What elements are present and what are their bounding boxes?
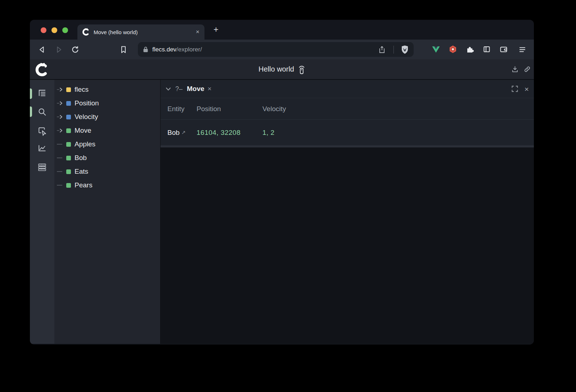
tree-item-apples[interactable]: Apples [54,137,160,151]
column-header-position: Position [197,105,262,113]
leaf-dash-icon [56,183,65,187]
tree-item-bob[interactable]: Bob [54,151,160,165]
extensions-puzzle-icon[interactable] [465,45,474,54]
tree-item-label: Eats [75,168,88,176]
page-header: Hello world [30,59,534,80]
tree-item-flecs[interactable]: flecs [54,83,160,96]
query-clear-icon[interactable]: × [208,85,212,93]
column-header-entity: Entity [161,105,197,113]
query-panel-header: ?– Move × × [161,80,534,98]
query-prefix: ?– [175,85,183,93]
expand-arrow-icon[interactable] [56,128,65,133]
new-tab-button[interactable]: + [211,25,221,34]
tree-item-label: Position [75,99,99,107]
expand-arrow-icon[interactable] [56,87,65,92]
column-header-velocity: Velocity [262,105,534,113]
page-title: Hello world [258,65,294,73]
tree-item-label: Move [75,127,91,135]
browser-window: Move (hello world) × + flecs.dev/explo [30,20,534,345]
entity-color-square [66,156,71,160]
table-row[interactable]: Bob↗ 16104, 32208 1, 2 [161,120,534,145]
content-area: flecs Position Velocit [30,80,534,344]
stats-icon[interactable] [37,162,47,172]
search-icon[interactable] [37,107,47,117]
entity-tree-panel: flecs Position Velocit [54,80,160,344]
entity-name[interactable]: Bob [167,129,180,136]
chart-icon[interactable] [37,143,47,153]
brave-shield-icon[interactable] [400,45,409,54]
icon-sidebar [30,80,54,344]
hexagon-extension-icon[interactable] [449,45,457,54]
component-color-square [66,115,71,119]
flecs-logo [35,63,49,77]
tree-item-velocity[interactable]: Velocity [54,110,160,124]
wallet-icon[interactable] [499,45,508,54]
expand-arrow-icon[interactable] [56,101,65,105]
urlbar-separator [393,46,394,54]
tree-item-position[interactable]: Position [54,96,160,110]
query-title: Move [187,85,204,93]
query-panel-actions: × [511,85,529,93]
menu-icon[interactable] [518,45,527,54]
browser-tab[interactable]: Move (hello world) × [77,24,204,40]
fullscreen-icon[interactable] [511,85,518,92]
cell-position: 16104, 32208 [197,129,262,137]
forward-button[interactable] [54,45,63,54]
leaf-dash-icon [56,156,65,160]
module-color-square [66,87,71,92]
vue-devtools-icon[interactable] [432,45,440,54]
share-icon[interactable] [378,46,386,54]
flecs-favicon [82,28,90,36]
back-button[interactable] [38,45,46,54]
entity-color-square [66,183,71,188]
cell-entity: Bob↗ [161,129,197,137]
leaf-dash-icon [56,169,65,174]
cell-velocity: 1, 2 [262,129,534,137]
url-path: /explorer/ [176,46,202,53]
entity-color-square [66,169,71,174]
address-bar[interactable]: flecs.dev/explorer/ [138,42,414,57]
search-active-indicator [30,106,32,117]
tree-item-label: flecs [75,86,89,94]
close-window-button[interactable] [41,27,46,33]
inspector-icon[interactable] [37,126,47,136]
url-domain: flecs.dev [152,46,176,53]
lock-icon [143,46,148,53]
entity-link-arrow-icon[interactable]: ↗ [181,129,186,135]
close-panel-icon[interactable]: × [525,85,529,93]
tab-title: Move (hello world) [94,29,138,35]
download-icon[interactable] [511,65,519,73]
tree-view-icon[interactable] [37,88,47,98]
entity-color-square [66,142,71,147]
tree-item-move[interactable]: Move [54,124,160,137]
page-header-actions [511,59,531,79]
browser-toolbar: flecs.dev/explorer/ [30,40,534,59]
reload-button[interactable] [71,45,80,54]
sidebar-toggle-icon[interactable] [482,45,491,54]
tree-item-label: Bob [75,154,87,162]
world-title-group: Hello world [258,59,305,79]
zoom-window-button[interactable] [62,27,68,33]
tree-active-indicator [30,88,32,99]
leaf-dash-icon [56,142,65,146]
minimize-window-button[interactable] [51,27,57,33]
tree-item-label: Pears [75,181,93,189]
tree-item-pears[interactable]: Pears [54,178,160,192]
expand-arrow-icon[interactable] [56,115,65,119]
main-panel: ?– Move × × Entity Po [160,80,534,344]
tab-close-icon[interactable]: × [196,28,199,36]
query-panel-bottom-border [161,145,534,147]
titlebar: Move (hello world) × + [30,20,534,40]
tree-item-eats[interactable]: Eats [54,165,160,178]
query-panel: ?– Move × × Entity Po [161,80,534,147]
bookmark-icon[interactable] [119,45,128,54]
link-icon[interactable] [523,65,531,73]
component-color-square [66,101,71,106]
tree-item-label: Velocity [75,113,98,121]
table-header-row: Entity Position Velocity [161,98,534,120]
tree-item-label: Apples [75,140,95,148]
collapse-chevron-icon[interactable] [166,87,171,91]
entity-color-square [66,128,71,133]
remote-connection-icon[interactable] [298,65,305,74]
